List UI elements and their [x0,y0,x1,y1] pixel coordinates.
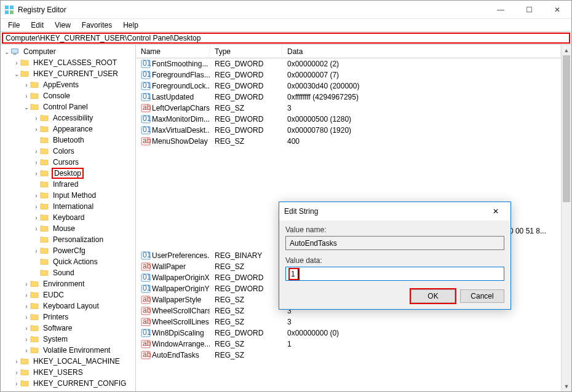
expand-icon[interactable]: › [33,148,40,155]
vertical-scrollbar[interactable]: ▲ ▼ [561,45,571,391]
tree-node-appevents[interactable]: ›AppEvents [1,79,135,90]
value-type: REG_DWORD [210,82,282,90]
tree-node-infrared[interactable]: ›Infrared [1,179,135,190]
tree-node-keyboard-layout[interactable]: ›Keyboard Layout [1,300,135,312]
menu-file[interactable]: File [3,20,25,31]
tree-node-quick-actions[interactable]: ›Quick Actions [1,256,135,267]
collapse-icon[interactable]: ⌄ [13,71,20,77]
collapse-icon[interactable]: ⌄ [23,104,30,111]
tree-node-hkey-users[interactable]: ›HKEY_USERS [1,367,135,378]
folder-icon [40,269,50,277]
expand-icon[interactable]: › [13,60,20,66]
menu-favorites[interactable]: Favorites [77,20,117,31]
menu-view[interactable]: View [50,20,76,31]
value-row[interactable]: 011MaxMonitorDim...REG_DWORD0x00000500 (… [136,114,561,125]
expand-icon[interactable]: › [23,336,30,343]
tree-view[interactable]: ⌄Computer›HKEY_CLASSES_ROOT⌄HKEY_CURRENT… [1,45,136,391]
menu-edit[interactable]: Edit [26,20,49,31]
tree-node-powercfg[interactable]: ›PowerCfg [1,245,135,256]
value-row[interactable]: 011LastUpdatedREG_DWORD0xffffffff (42949… [136,92,561,103]
tree-node-sound[interactable]: ›Sound [1,267,135,278]
value-row[interactable]: abWheelScrollLinesREG_SZ3 [136,316,561,327]
expand-icon[interactable]: › [23,93,30,100]
tree-node-mouse[interactable]: ›Mouse [1,223,135,234]
expand-icon[interactable]: › [33,115,40,122]
dialog-titlebar[interactable]: Edit String ✕ [279,202,510,221]
tree-node-volatile-environment[interactable]: ›Volatile Environment [1,345,135,356]
maximize-button[interactable]: ☐ [515,1,543,19]
collapse-icon[interactable]: ⌄ [3,49,10,55]
tree-node-personalization[interactable]: ›Personalization [1,234,135,245]
expand-icon[interactable]: › [23,314,30,321]
tree-node-desktop[interactable]: ›Desktop [1,168,135,179]
svg-text:ab: ab [143,295,151,304]
column-type[interactable]: Type [210,45,282,58]
address-bar[interactable]: Computer\HKEY_CURRENT_USER\Control Panel… [2,33,570,44]
column-data[interactable]: Data [282,45,561,58]
tree-node-input-method[interactable]: ›Input Method [1,190,135,201]
expand-icon[interactable]: › [33,170,40,177]
tree-node-computer[interactable]: ⌄Computer [1,46,135,57]
expand-icon[interactable]: › [23,82,30,88]
tree-node-cursors[interactable]: ›Cursors [1,157,135,168]
dialog-close-button[interactable]: ✕ [486,202,506,221]
tree-node-keyboard[interactable]: ›Keyboard [1,212,135,223]
expand-icon[interactable]: › [33,126,40,133]
value-row[interactable]: 011FontSmoothing...REG_DWORD0x00000002 (… [136,58,561,69]
expand-icon[interactable]: › [13,369,20,376]
binary-value-icon: 011 [141,273,151,283]
tree-node-appearance[interactable]: ›Appearance [1,123,135,135]
expand-icon[interactable]: › [23,292,30,299]
tree-node-eudc[interactable]: ›EUDC [1,289,135,300]
expand-icon[interactable]: › [23,325,30,332]
value-data-field[interactable]: 1 [285,267,504,281]
ok-button[interactable]: OK [411,289,455,303]
tree-node-software[interactable]: ›Software [1,323,135,334]
tree-node-international[interactable]: ›International [1,201,135,212]
close-button[interactable]: ✕ [543,1,571,19]
expand-icon[interactable]: › [33,248,40,254]
minimize-button[interactable]: — [487,1,515,19]
tree-node-accessibility[interactable]: ›Accessibility [1,112,135,123]
expand-icon[interactable]: › [33,159,40,166]
value-row[interactable]: abMenuShowDelayREG_SZ400 [136,136,561,147]
tree-node-control-panel[interactable]: ⌄Control Panel [1,101,135,112]
titlebar[interactable]: Registry Editor — ☐ ✕ [1,1,571,19]
scroll-up-icon[interactable]: ▲ [562,45,571,55]
tree-node-environment[interactable]: ›Environment [1,278,135,289]
tree-node-bluetooth[interactable]: ›Bluetooth [1,135,135,146]
expand-icon[interactable]: › [23,347,30,354]
expand-icon[interactable]: › [23,303,30,310]
tree-node-hkey-current-config[interactable]: ›HKEY_CURRENT_CONFIG [1,378,135,389]
value-row[interactable]: 011ForegroundLock...REG_DWORD0x00030d40 … [136,80,561,92]
scroll-track[interactable] [562,55,571,381]
value-row[interactable]: abWindowArrange...REG_SZ1 [136,339,561,350]
tree-node-printers[interactable]: ›Printers [1,312,135,323]
folder-icon [40,246,50,255]
expand-icon[interactable]: › [13,358,20,365]
expand-icon[interactable]: › [23,281,30,288]
tree-node-hkey-classes-root[interactable]: ›HKEY_CLASSES_ROOT [1,57,135,68]
value-row[interactable]: 011MaxVirtualDeskt...REG_DWORD0x00000780… [136,125,561,136]
column-name[interactable]: Name [136,45,210,58]
cancel-button[interactable]: Cancel [460,289,504,303]
scroll-thumb[interactable] [563,55,570,202]
value-row[interactable]: abLeftOverlapCharsREG_SZ3 [136,103,561,114]
tree-node-hkey-current-user[interactable]: ⌄HKEY_CURRENT_USER [1,68,135,79]
menu-help[interactable]: Help [118,20,143,31]
folder-icon [20,69,30,78]
tree-node-colors[interactable]: ›Colors [1,146,135,157]
value-row[interactable]: 011ForegroundFlas...REG_DWORD0x00000007 … [136,69,561,80]
tree-node-hkey-local-machine[interactable]: ›HKEY_LOCAL_MACHINE [1,356,135,367]
value-row[interactable]: 011Win8DpiScalingREG_DWORD0x00000000 (0) [136,327,561,339]
expand-icon[interactable]: › [33,214,40,221]
scroll-down-icon[interactable]: ▼ [562,381,571,391]
expand-icon[interactable]: › [33,225,40,232]
expand-icon[interactable]: › [13,380,20,387]
window-title: Registry Editor [18,6,487,14]
tree-node-console[interactable]: ›Console [1,90,135,101]
expand-icon[interactable]: › [33,203,40,210]
expand-icon[interactable]: › [33,192,40,199]
tree-node-system[interactable]: ›System [1,334,135,345]
value-row[interactable]: abAutoEndTasksREG_SZ [136,350,561,361]
